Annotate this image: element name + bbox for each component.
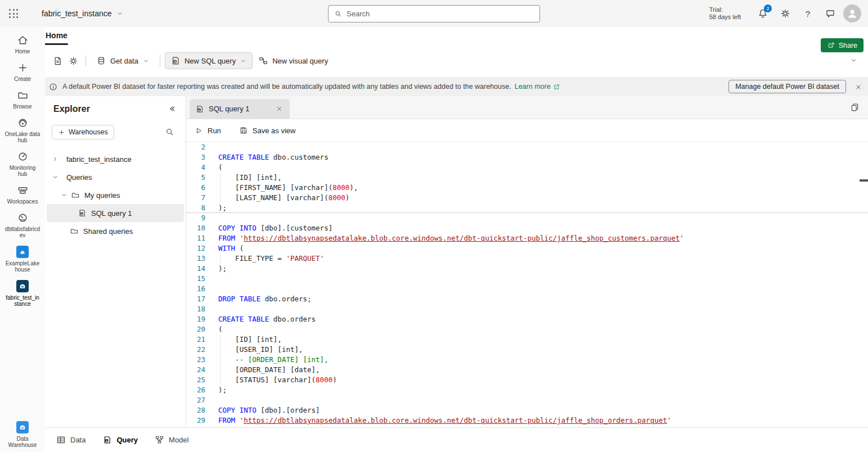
code-line[interactable]: 26);	[186, 385, 868, 395]
code-line[interactable]: 10COPY INTO [dbo].[customers]	[186, 223, 868, 233]
folder-icon	[70, 227, 79, 236]
run-button[interactable]: Run	[195, 126, 221, 135]
notifications-button[interactable]: 2	[753, 4, 772, 23]
code-line[interactable]: 4(	[186, 162, 868, 173]
tab-sql-query-1[interactable]: SQL query 1	[190, 99, 290, 119]
code-line[interactable]: 29FROM 'https://dbtlabsynapsedatalake.bl…	[186, 415, 868, 426]
search-input[interactable]	[347, 10, 534, 18]
line-number: 16	[186, 284, 205, 294]
view-tab-model[interactable]: Model	[155, 435, 188, 445]
line-number: 23	[186, 355, 205, 365]
line-number: 19	[186, 314, 205, 324]
get-data-button[interactable]: Get data	[91, 52, 155, 69]
view-tab-data[interactable]: Data	[56, 435, 86, 445]
manage-dataset-button[interactable]: Manage default Power BI dataset	[728, 80, 846, 93]
learn-more-link[interactable]: Learn more	[515, 83, 560, 91]
code-line[interactable]: 17DROP TABLE dbo.orders;	[186, 294, 868, 304]
dataset-info-banner: A default Power BI dataset for faster re…	[0, 77, 868, 96]
rail-item-workspaces[interactable]: Workspaces	[2, 184, 43, 205]
rail-item-data-warehouse[interactable]: Data Warehouse	[0, 421, 45, 448]
workspace-title-dropdown[interactable]: fabric_test_instance	[42, 9, 124, 18]
code-text: [STATUS] [varchar](8000)	[218, 375, 337, 385]
code-line[interactable]: 12WITH (	[186, 243, 868, 254]
rail-item-fabric-test-instance[interactable]: fabric_test_instance	[2, 280, 43, 307]
code-line[interactable]: 5 [ID] [int],	[186, 173, 868, 183]
code-text: [USER_ID] [int],	[218, 345, 303, 355]
code-line[interactable]: 15	[186, 274, 868, 284]
code-line[interactable]: 25 [STATUS] [varchar](8000)	[186, 375, 868, 385]
view-switcher-bar: Data Query Model	[45, 427, 868, 452]
code-line[interactable]: 18	[186, 304, 868, 314]
copy-button[interactable]	[850, 102, 860, 112]
code-line[interactable]: 20(	[186, 324, 868, 335]
warehouse-settings-button[interactable]	[65, 53, 81, 69]
help-button[interactable]: ?	[798, 4, 817, 23]
global-search[interactable]	[328, 5, 540, 22]
rail-item-examplelakehouse[interactable]: ExampleLakehouse	[2, 246, 43, 273]
rail-item-onelake-data-hub[interactable]: OneLake data hub	[2, 117, 43, 143]
rail-item-create[interactable]: Create	[2, 62, 43, 82]
settings-button[interactable]	[776, 4, 795, 23]
chevron-down-icon[interactable]	[60, 191, 69, 200]
ribbon-toolbar: Get data New SQL query New visual query	[50, 51, 834, 71]
code-line[interactable]: 28COPY INTO [dbo].[orders]	[186, 405, 868, 415]
code-line[interactable]: 13 FILE_TYPE = 'PARQUET'	[186, 254, 868, 264]
feedback-button[interactable]	[821, 4, 840, 23]
rail-item-home[interactable]: Home	[2, 34, 43, 55]
line-number: 3	[186, 152, 205, 162]
code-line[interactable]: 11FROM 'https://dbtlabsynapsedatalake.bl…	[186, 233, 868, 243]
code-line[interactable]: 9	[186, 213, 868, 223]
chevron-down-icon[interactable]	[51, 173, 60, 182]
add-warehouses-button[interactable]: Warehouses	[52, 125, 114, 139]
new-report-button[interactable]	[50, 53, 65, 69]
scrollbar-marker[interactable]	[860, 179, 868, 182]
code-line[interactable]: 23 -- [ORDER_DATE] [int],	[186, 355, 868, 365]
collapse-explorer-button[interactable]	[167, 104, 177, 114]
code-line[interactable]: 16	[186, 284, 868, 294]
sql-code-editor[interactable]: 23CREATE TABLE dbo.customers4(5 [ID] [in…	[186, 142, 868, 427]
code-text: CREATE TABLE dbo.orders	[218, 314, 316, 324]
close-icon	[854, 83, 862, 91]
rail-item-monitoring-hub[interactable]: Monitoring hub	[2, 151, 43, 177]
tree-item-queries[interactable]: Queries	[45, 168, 186, 186]
view-tab-query[interactable]: Query	[102, 435, 138, 445]
code-line[interactable]: 27	[186, 395, 868, 405]
code-line[interactable]: 3CREATE TABLE dbo.customers	[186, 152, 868, 162]
tree-item-shared-queries[interactable]: Shared queries	[45, 222, 186, 240]
tree-item-fabric-test-instance[interactable]: fabric_test_instance	[45, 150, 186, 168]
new-sql-query-button[interactable]: New SQL query	[165, 52, 253, 69]
code-text: COPY INTO [dbo].[orders]	[218, 405, 320, 415]
home-icon	[17, 34, 29, 46]
rail-item-dbtlabsfabricdev[interactable]: dbtlabsfabricdev	[2, 212, 43, 238]
collapse-ribbon-button[interactable]	[849, 56, 858, 65]
code-text: (	[218, 324, 223, 335]
line-number: 4	[186, 162, 205, 173]
toolbar-divider	[86, 55, 86, 66]
code-line[interactable]: 24 [ORDER_DATE] [date],	[186, 365, 868, 375]
banner-close-button[interactable]	[853, 82, 863, 92]
plus-icon	[58, 129, 65, 136]
code-line[interactable]: 19CREATE TABLE dbo.orders	[186, 314, 868, 324]
code-text: -- [ORDER_DATE] [int],	[218, 355, 329, 365]
chevron-right-icon[interactable]	[51, 155, 60, 164]
code-line[interactable]: 8);	[186, 203, 868, 213]
code-line[interactable]: 2	[186, 142, 868, 152]
rail-item-browse[interactable]: Browse	[2, 89, 43, 110]
new-visual-query-button[interactable]: New visual query	[253, 52, 334, 69]
left-nav-rail: Home Create Browse OneLake data hub Moni…	[0, 27, 45, 452]
code-line[interactable]: 14);	[186, 264, 868, 274]
tree-item-sql-query-1[interactable]: SQL query 1	[47, 204, 184, 222]
tree-item-my-queries[interactable]: My queries	[45, 186, 186, 204]
folder-icon	[17, 89, 29, 101]
code-line[interactable]: 6 [FIRST_NAME] [varchar](8000),	[186, 183, 868, 193]
account-avatar[interactable]	[843, 4, 861, 22]
gear-icon	[780, 8, 791, 19]
tab-close-button[interactable]	[274, 104, 284, 114]
code-line[interactable]: 21 [ID] [int],	[186, 335, 868, 345]
code-line[interactable]: 7 [LAST_NAME] [varchar](8000)	[186, 193, 868, 203]
code-line[interactable]: 22 [USER_ID] [int],	[186, 345, 868, 355]
explorer-search-button[interactable]	[165, 127, 174, 137]
save-as-view-button[interactable]: Save as view	[239, 126, 296, 135]
tab-home[interactable]: Home	[46, 31, 68, 40]
app-launcher-waffle-icon[interactable]	[0, 0, 27, 27]
